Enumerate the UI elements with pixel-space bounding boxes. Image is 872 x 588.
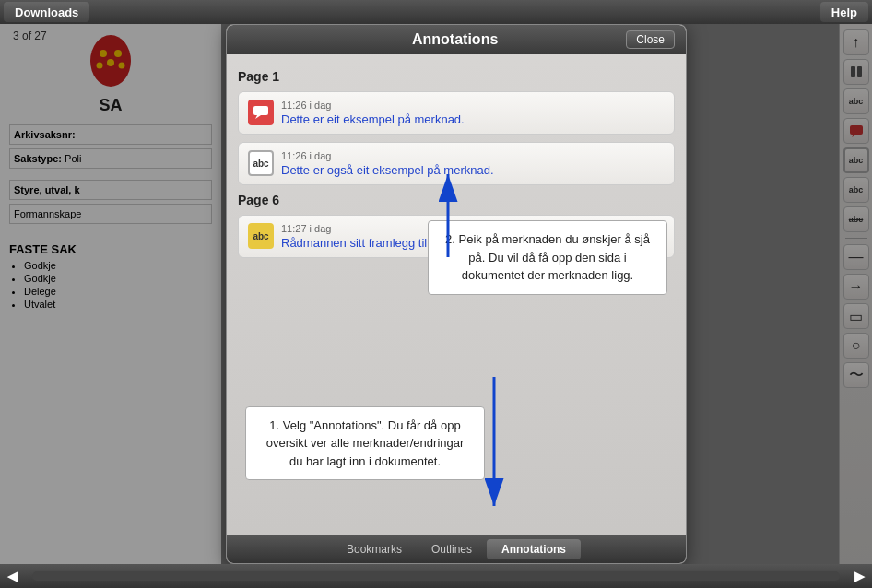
annotation-1-text: Dette er eit eksempel på merknad.: [281, 112, 665, 126]
help-button[interactable]: Help: [820, 2, 868, 22]
modal-header: Annotations Close: [227, 25, 686, 54]
annotation-item-2[interactable]: abc 11:26 i dag Dette er også eit eksemp…: [238, 142, 675, 185]
modal-content[interactable]: Page 1 11:26 i dag Dette er eit eksempel…: [227, 54, 686, 535]
downloads-button[interactable]: Downloads: [4, 2, 89, 22]
annotation-1-body: 11:26 i dag Dette er eit eksempel på mer…: [281, 100, 665, 126]
annotation-item-1[interactable]: 11:26 i dag Dette er eit eksempel på mer…: [238, 91, 675, 135]
page6-section-title: Page 6: [238, 193, 675, 207]
tab-bookmarks[interactable]: Bookmarks: [332, 539, 417, 559]
page-scrollbar[interactable]: [32, 571, 840, 581]
page1-section-title: Page 1: [238, 69, 675, 84]
tab-annotations[interactable]: Annotations: [487, 539, 581, 559]
annotations-modal: Annotations Close Page 1 11:26 i dag Det…: [226, 24, 687, 564]
modal-title: Annotations: [284, 31, 626, 48]
comment-annotation-icon: [248, 100, 274, 125]
tab-outlines[interactable]: Outlines: [417, 539, 487, 559]
callout-box-2: 2. Peik på merknaden du ønskjer å sjå på…: [428, 220, 667, 295]
next-page-button[interactable]: ▶: [847, 567, 872, 585]
annotation-1-time: 11:26 i dag: [281, 100, 665, 111]
bottom-bar: ◀ ▶: [0, 564, 872, 588]
textbox-annotation-icon: abc: [248, 150, 274, 176]
callout-box-1: 1. Velg "Annotations". Du får då opp ove…: [245, 406, 485, 481]
top-bar: Downloads Help: [0, 0, 872, 24]
svg-rect-10: [253, 106, 268, 115]
svg-marker-11: [255, 115, 261, 119]
modal-close-button[interactable]: Close: [626, 30, 675, 49]
annotation-2-text: Dette er også eit eksempel på merknad.: [281, 163, 665, 177]
modal-footer: Bookmarks Outlines Annotations: [227, 535, 686, 563]
annotation-2-body: 11:26 i dag Dette er også eit eksempel p…: [281, 150, 665, 177]
textbox-yellow-annotation-icon: abc: [248, 223, 274, 249]
prev-page-button[interactable]: ◀: [0, 567, 25, 585]
annotation-2-time: 11:26 i dag: [281, 150, 665, 161]
